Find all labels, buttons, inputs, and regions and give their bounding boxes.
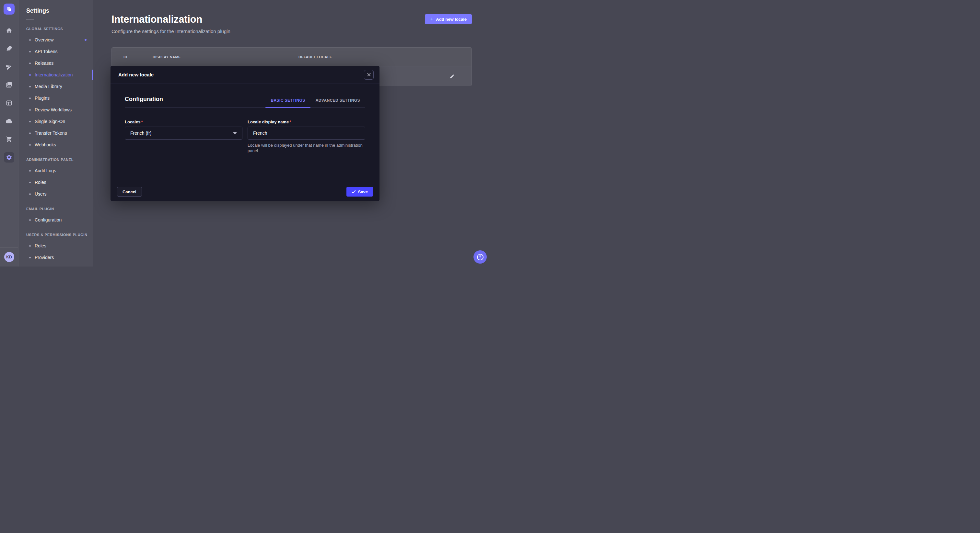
display-name-label: Locale display name* xyxy=(248,119,365,124)
bullet-icon xyxy=(29,97,31,99)
configuration-header: Configuration BASIC SETTINGSADVANCED SET… xyxy=(125,96,365,108)
nav-item-label: Single Sign-On xyxy=(35,119,65,124)
settings-sidebar: Settings GLOBAL SETTINGSOverviewAPI Toke… xyxy=(19,0,93,266)
configuration-title: Configuration xyxy=(125,96,163,107)
cancel-button[interactable]: Cancel xyxy=(117,187,142,197)
close-icon xyxy=(367,73,371,76)
check-icon xyxy=(352,190,355,194)
bullet-icon xyxy=(29,170,31,171)
rail-divider xyxy=(0,18,19,18)
nav-item-label: Users xyxy=(35,191,47,197)
locale-form: Locales* French (fr) Locale display name… xyxy=(125,119,365,154)
nav-item-label: Audit Logs xyxy=(35,168,56,173)
nav-section-label-users-permissions-plugin: USERS & PERMISSIONS PLUGIN xyxy=(26,233,93,237)
modal-header: Add new locale xyxy=(110,66,380,84)
content-manager-icon[interactable] xyxy=(4,98,14,108)
settings-gear-icon[interactable] xyxy=(4,152,14,163)
bullet-icon xyxy=(29,132,31,134)
required-asterisk: * xyxy=(290,119,291,124)
save-label: Save xyxy=(358,189,368,194)
home-icon[interactable] xyxy=(4,25,14,36)
nav-item-label: Media Library xyxy=(35,84,62,89)
releases-send-icon[interactable] xyxy=(4,62,14,72)
strapi-logo[interactable] xyxy=(3,3,14,14)
question-mark-icon: ? xyxy=(477,254,484,260)
settings-nav-item-single-sign-on[interactable]: Single Sign-On xyxy=(19,116,93,127)
settings-nav-item-configuration[interactable]: Configuration xyxy=(19,214,93,226)
nav-item-label: Roles xyxy=(35,243,46,248)
modal-title: Add new locale xyxy=(118,72,154,78)
nav-item-label: Providers xyxy=(35,255,54,260)
settings-sidebar-title: Settings xyxy=(19,8,93,14)
bullet-icon xyxy=(29,39,31,41)
column-header-display-name: DISPLAY NAME xyxy=(153,55,299,59)
pencil-icon xyxy=(450,74,455,79)
required-asterisk: * xyxy=(141,119,143,124)
settings-nav-item-webhooks[interactable]: Webhooks xyxy=(19,139,93,151)
nav-section-label-email-plugin: EMAIL PLUGIN xyxy=(26,207,93,211)
settings-nav-item-media-library[interactable]: Media Library xyxy=(19,81,93,92)
page-title: Internationalization xyxy=(111,14,231,25)
nav-section-label-administration-panel: ADMINISTRATION PANEL xyxy=(26,158,93,162)
deploy-cloud-icon[interactable] xyxy=(4,116,14,126)
main-nav-rail: KD xyxy=(0,0,19,266)
settings-nav-item-internationalization[interactable]: Internationalization xyxy=(19,69,93,81)
bullet-icon xyxy=(29,121,31,122)
modal-close-button[interactable] xyxy=(364,70,374,80)
nav-item-label: Review Workflows xyxy=(35,107,72,113)
settings-nav-item-providers[interactable]: Providers xyxy=(19,252,93,263)
settings-nav-item-releases[interactable]: Releases xyxy=(19,57,93,69)
locales-select-value: French (fr) xyxy=(130,130,151,136)
media-library-icon[interactable] xyxy=(4,80,14,90)
bullet-icon xyxy=(29,182,31,183)
marketplace-cart-icon[interactable] xyxy=(4,134,14,144)
settings-nav-item-api-tokens[interactable]: API Tokens xyxy=(19,46,93,57)
settings-nav-item-review-workflows[interactable]: Review Workflows xyxy=(19,104,93,116)
page-header-text: Internationalization Configure the setti… xyxy=(111,14,231,34)
edit-locale-button[interactable] xyxy=(445,70,458,83)
strapi-logo-icon xyxy=(6,6,12,12)
bullet-icon xyxy=(29,74,31,76)
nav-item-label: Configuration xyxy=(35,217,62,222)
locale-display-name-input[interactable] xyxy=(248,127,365,140)
tab-basic-settings[interactable]: BASIC SETTINGS xyxy=(266,98,310,107)
modal-footer: Cancel Save xyxy=(110,182,380,201)
bullet-icon xyxy=(29,51,31,52)
modal-body: Configuration BASIC SETTINGSADVANCED SET… xyxy=(110,84,380,182)
help-button[interactable]: ? xyxy=(474,250,487,263)
save-button[interactable]: Save xyxy=(347,187,373,197)
bullet-icon xyxy=(29,257,31,259)
nav-item-label: Webhooks xyxy=(35,142,56,148)
bullet-icon xyxy=(29,62,31,64)
plus-icon: + xyxy=(430,16,433,22)
settings-nav-item-roles[interactable]: Roles xyxy=(19,240,93,252)
nav-item-label: Plugins xyxy=(35,95,49,101)
settings-title-divider xyxy=(26,19,34,20)
nav-item-label: Roles xyxy=(35,180,46,185)
nav-item-label: Internationalization xyxy=(35,72,73,78)
user-avatar[interactable]: KD xyxy=(4,252,14,262)
rail-icons xyxy=(4,25,14,163)
settings-nav-item-plugins[interactable]: Plugins xyxy=(19,92,93,104)
settings-nav-item-transfer-tokens[interactable]: Transfer Tokens xyxy=(19,127,93,139)
locales-field: Locales* French (fr) xyxy=(125,119,242,154)
bullet-icon xyxy=(29,219,31,221)
tab-advanced-settings[interactable]: ADVANCED SETTINGS xyxy=(310,98,365,107)
content-feather-icon[interactable] xyxy=(4,43,14,54)
display-name-field: Locale display name* Locale will be disp… xyxy=(248,119,365,154)
modal-tabs: BASIC SETTINGSADVANCED SETTINGS xyxy=(266,98,365,107)
column-header-default-locale: DEFAULT LOCALE xyxy=(299,55,445,59)
settings-nav-item-audit-logs[interactable]: Audit Logs xyxy=(19,165,93,176)
settings-nav-item-overview[interactable]: Overview xyxy=(19,34,93,46)
nav-item-label: Releases xyxy=(35,60,54,66)
settings-nav-item-users[interactable]: Users xyxy=(19,188,93,200)
active-item-indicator xyxy=(92,70,93,80)
locales-table-header: IDDISPLAY NAMEDEFAULT LOCALE xyxy=(112,48,471,66)
nav-section-label-global-settings: GLOBAL SETTINGS xyxy=(26,27,93,31)
locales-select[interactable]: French (fr) xyxy=(125,127,242,140)
settings-nav-item-roles[interactable]: Roles xyxy=(19,176,93,188)
column-header-id: ID xyxy=(124,55,153,59)
add-new-locale-button[interactable]: + Add new locale xyxy=(425,14,472,24)
add-new-locale-label: Add new locale xyxy=(436,17,467,22)
app-root: KD Settings GLOBAL SETTINGSOverviewAPI T… xyxy=(0,0,490,266)
